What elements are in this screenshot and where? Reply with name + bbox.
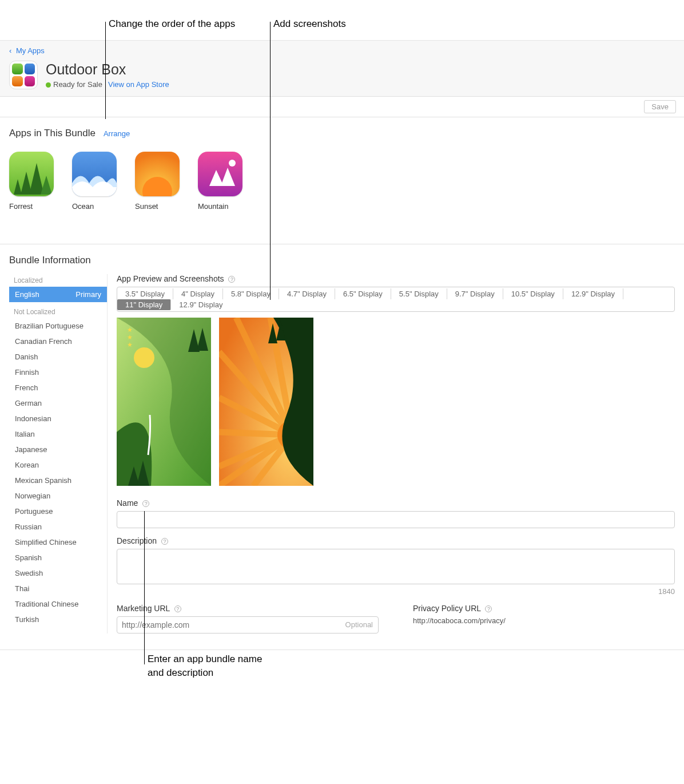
app-item[interactable]: Forrest — [9, 152, 55, 211]
display-tab[interactable]: 12.9" Display — [171, 299, 230, 310]
language-item[interactable]: Swedish — [9, 565, 107, 581]
app-name: Mountain — [198, 202, 244, 211]
display-tab[interactable]: 5.8" Display — [223, 288, 279, 299]
name-input[interactable] — [117, 511, 675, 528]
app-item[interactable]: Mountain — [198, 152, 244, 211]
optional-label: Optional — [345, 620, 373, 629]
not-localized-heading: Not Localized — [9, 306, 107, 318]
preview-label: App Preview and Screenshots ? — [117, 274, 675, 283]
marketing-url-input[interactable] — [117, 616, 379, 633]
bundle-icon — [9, 61, 38, 89]
svg-text:★: ★ — [127, 341, 133, 348]
language-item[interactable]: Danish — [9, 349, 107, 365]
language-item[interactable]: Korean — [9, 457, 107, 473]
language-item-english[interactable]: English Primary — [9, 287, 107, 302]
name-label: Name ? — [117, 498, 675, 508]
app-name: Ocean — [72, 202, 118, 211]
language-item[interactable]: Spanish — [9, 550, 107, 565]
status-dot-icon — [46, 82, 51, 88]
display-tabs: 3.5" Display4" Display5.8" Display4.7" D… — [117, 287, 675, 312]
svg-point-13 — [134, 347, 154, 368]
display-tab[interactable]: 4.7" Display — [279, 288, 335, 299]
app-item[interactable]: Ocean — [72, 152, 118, 211]
help-icon[interactable]: ? — [142, 500, 149, 507]
svg-text:★: ★ — [127, 334, 133, 340]
arrange-link[interactable]: Arrange — [104, 129, 130, 138]
page-title: Outdoor Box — [46, 61, 169, 78]
help-icon[interactable]: ? — [228, 276, 235, 283]
help-icon[interactable]: ? — [174, 605, 181, 612]
display-tab[interactable]: 9.7" Display — [447, 288, 503, 299]
language-item[interactable]: Thai — [9, 581, 107, 596]
language-item[interactable]: Canadian French — [9, 334, 107, 349]
description-char-count: 1840 — [117, 587, 675, 596]
display-tab[interactable]: 12.9" Display — [563, 288, 623, 299]
language-item[interactable]: Indonesian — [9, 411, 107, 426]
language-item[interactable]: Finnish — [9, 365, 107, 380]
language-item[interactable]: Portuguese — [9, 504, 107, 519]
app-icon-sunset — [135, 152, 180, 196]
privacy-url-label: Privacy Policy URL ? — [413, 604, 675, 613]
svg-rect-8 — [198, 152, 242, 196]
language-sidebar: Localized English Primary Not Localized … — [9, 274, 108, 633]
help-icon[interactable]: ? — [485, 605, 492, 612]
svg-text:★: ★ — [127, 326, 133, 333]
svg-point-11 — [229, 160, 236, 167]
display-tab[interactable]: 6.5" Display — [335, 288, 391, 299]
description-input[interactable] — [117, 549, 675, 584]
display-tab[interactable]: 5.5" Display — [391, 288, 447, 299]
language-item[interactable]: Russian — [9, 519, 107, 534]
app-item[interactable]: Sunset — [135, 152, 181, 211]
view-on-store-link[interactable]: View on App Store — [108, 80, 169, 89]
save-button[interactable]: Save — [644, 100, 676, 113]
app-name: Forrest — [9, 202, 55, 211]
bundle-info-title: Bundle Information — [9, 255, 675, 266]
app-icon-ocean — [72, 152, 117, 196]
display-tab[interactable]: 10.5" Display — [503, 288, 563, 299]
chevron-left-icon: ‹ — [9, 46, 11, 55]
app-name: Sunset — [135, 202, 181, 211]
language-item[interactable]: German — [9, 395, 107, 411]
language-item[interactable]: Japanese — [9, 442, 107, 457]
language-item[interactable]: Norwegian — [9, 488, 107, 504]
description-label: Description ? — [117, 536, 675, 545]
language-item[interactable]: Brazilian Portuguese — [9, 318, 107, 334]
language-item[interactable]: Turkish — [9, 612, 107, 627]
screenshot-1[interactable]: ★ ★ ★ — [117, 318, 211, 486]
display-tab[interactable]: 3.5" Display — [117, 288, 173, 299]
localized-heading: Localized — [9, 274, 107, 287]
privacy-url-value: http://tocaboca.com/privacy/ — [413, 616, 675, 625]
language-item[interactable]: Simplified Chinese — [9, 534, 107, 550]
app-icon-mountain — [198, 152, 242, 196]
status-badge: Ready for Sale — [46, 80, 102, 89]
language-item[interactable]: Mexican Spanish — [9, 473, 107, 488]
breadcrumb-label: My Apps — [16, 46, 45, 55]
language-item[interactable]: French — [9, 380, 107, 395]
language-item[interactable]: Traditional Chinese — [9, 596, 107, 612]
help-icon[interactable]: ? — [161, 538, 168, 545]
marketing-url-label: Marketing URL ? — [117, 604, 379, 613]
display-tab[interactable]: 11" Display — [117, 299, 171, 310]
screenshot-2[interactable] — [219, 318, 313, 486]
display-tab[interactable]: 4" Display — [173, 288, 223, 299]
app-icon-forrest — [9, 152, 54, 196]
apps-section-title: Apps in This Bundle — [9, 128, 96, 139]
language-item[interactable]: Italian — [9, 426, 107, 442]
breadcrumb[interactable]: ‹ My Apps — [9, 46, 675, 55]
